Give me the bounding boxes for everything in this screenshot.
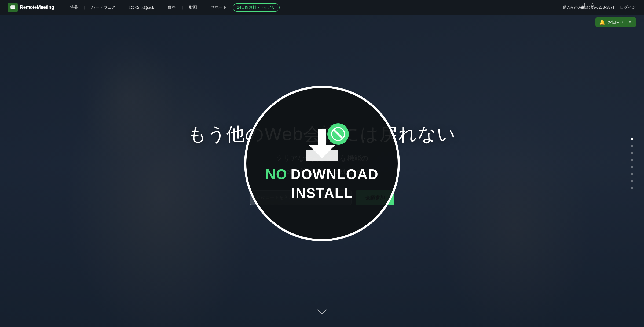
scroll-dot-6[interactable] [631, 173, 633, 175]
nav-item-price[interactable]: 価格 [163, 5, 181, 10]
scroll-dot-1[interactable] [631, 138, 633, 140]
nav-item-lg[interactable]: LG One:Quick [124, 5, 159, 10]
scroll-dot-4[interactable] [631, 159, 633, 161]
scroll-dot-2[interactable] [631, 145, 633, 147]
notification-bell-icon: 🔔 [599, 19, 605, 25]
svg-rect-4 [581, 6, 583, 7]
nav-item-hardware[interactable]: ハードウェア [86, 5, 120, 10]
nav-item-video[interactable]: 動画 [184, 5, 202, 10]
install-text: INSTALL [291, 185, 353, 201]
notification-close-button[interactable]: × [629, 20, 631, 25]
logo-icon [8, 3, 18, 12]
svg-rect-7 [318, 129, 326, 146]
scroll-dots [631, 138, 633, 189]
scroll-down-indicator[interactable] [317, 308, 327, 316]
notification-label: お知らせ [608, 20, 624, 25]
download-text: DOWNLOAD [291, 166, 379, 182]
nav-links: 特長 ｜ ハードウェア ｜ LG One:Quick ｜ 価格 ｜ 動画 ｜ サ… [65, 3, 563, 12]
no-download-label: NO DOWNLOAD [265, 166, 379, 182]
no-sign-icon [327, 123, 349, 145]
no-download-circle: NO DOWNLOAD INSTALL [244, 86, 400, 241]
no-text: NO [265, 166, 287, 182]
svg-point-5 [592, 5, 593, 7]
trial-button[interactable]: 14日間無料トライアル [233, 3, 280, 12]
monitor-icon[interactable] [579, 3, 585, 10]
scroll-dot-5[interactable] [631, 166, 633, 168]
topright-icons [579, 3, 596, 10]
scroll-dot-7[interactable] [631, 180, 633, 182]
notification-popup: 🔔 お知らせ × [595, 17, 636, 27]
navbar: RemoteMeeting 特長 ｜ ハードウェア ｜ LG One:Quick… [0, 0, 644, 15]
nav-item-features[interactable]: 特長 [65, 5, 83, 10]
scroll-dot-3[interactable] [631, 152, 633, 154]
logo[interactable]: RemoteMeeting [8, 3, 54, 12]
login-button[interactable]: ログイン [620, 5, 636, 10]
scroll-dot-8[interactable] [631, 187, 633, 189]
svg-rect-1 [11, 6, 15, 9]
settings-icon[interactable] [589, 3, 596, 10]
logo-text: RemoteMeeting [20, 5, 54, 10]
navbar-right: 購入前のご相談: 03-6273-3871 ログイン [563, 5, 636, 10]
download-icon-wrapper [301, 126, 343, 164]
nav-item-support[interactable]: サポート [206, 5, 232, 10]
